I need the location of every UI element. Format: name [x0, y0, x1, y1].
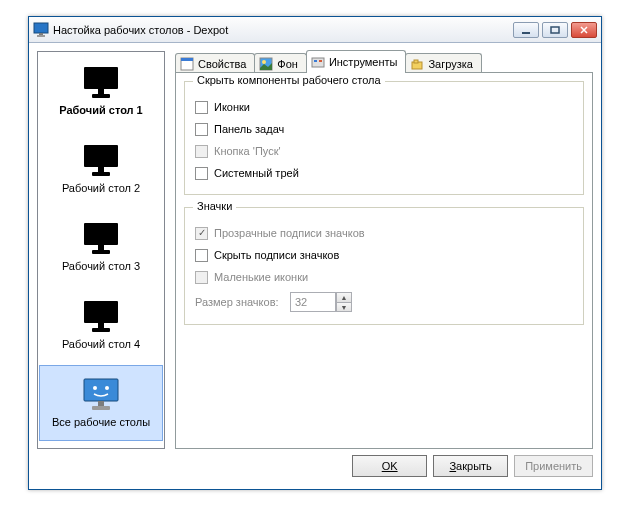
icon-size-input: 32 — [290, 292, 336, 312]
checkbox-label: Системный трей — [214, 167, 299, 179]
ok-button[interactable]: OK — [352, 455, 427, 477]
tab-background[interactable]: Фон — [254, 53, 307, 74]
monitor-icon — [83, 222, 119, 256]
spin-up-button[interactable]: ▲ — [336, 292, 352, 302]
svg-rect-8 — [34, 23, 48, 33]
tab-panel-tools: Скрыть компоненты рабочего стола Иконки … — [175, 72, 593, 449]
desktop-list[interactable]: Рабочий стол 1 Рабочий стол 2 Рабочий ст… — [37, 51, 165, 449]
tab-label: Инструменты — [329, 56, 398, 68]
sidebar-item-label: Рабочий стол 4 — [62, 338, 140, 350]
checkbox-system-tray[interactable] — [195, 167, 208, 180]
sidebar-item-label: Рабочий стол 1 — [59, 104, 142, 116]
checkbox-taskbar[interactable] — [195, 123, 208, 136]
sidebar-item-label: Рабочий стол 3 — [62, 260, 140, 272]
svg-point-16 — [262, 60, 266, 64]
checkbox-label: Иконки — [214, 101, 250, 113]
checkbox-start-button — [195, 145, 208, 158]
svg-rect-19 — [319, 60, 322, 62]
svg-rect-9 — [39, 33, 43, 35]
sidebar-item-desktop-2[interactable]: Рабочий стол 2 — [38, 130, 164, 208]
properties-icon — [180, 57, 194, 71]
svg-rect-11 — [522, 32, 530, 34]
svg-rect-17 — [312, 58, 324, 67]
checkbox-label: Кнопка 'Пуск' — [214, 145, 281, 157]
checkbox-label: Скрыть подписи значков — [214, 249, 339, 261]
svg-rect-12 — [551, 27, 559, 33]
sidebar-item-all-desktops[interactable]: Все рабочие столы — [39, 365, 163, 441]
sidebar-item-desktop-3[interactable]: Рабочий стол 3 — [38, 208, 164, 286]
checkbox-small-icons — [195, 271, 208, 284]
checkbox-label: Маленькие иконки — [214, 271, 308, 283]
svg-rect-21 — [414, 60, 418, 63]
window-frame: Настойка рабочих столов - Dexpot Рабочий… — [28, 16, 602, 490]
maximize-button[interactable] — [542, 22, 568, 38]
checkbox-icons[interactable] — [195, 101, 208, 114]
titlebar[interactable]: Настойка рабочих столов - Dexpot — [29, 17, 601, 43]
tools-icon — [311, 55, 325, 69]
sidebar-item-desktop-1[interactable]: Рабочий стол 1 — [38, 52, 164, 130]
sidebar-item-label: Все рабочие столы — [52, 416, 150, 428]
group-title: Значки — [193, 200, 236, 212]
close-button[interactable] — [571, 22, 597, 38]
tab-label: Загрузка — [428, 58, 472, 70]
group-hide-components: Скрыть компоненты рабочего стола Иконки … — [184, 81, 584, 195]
close-dialog-button[interactable]: Закрыть — [433, 455, 508, 477]
checkbox-transparent-labels — [195, 227, 208, 240]
sidebar-item-label: Рабочий стол 2 — [62, 182, 140, 194]
chevron-down-icon: ▼ — [341, 304, 348, 311]
tab-strip: Свойства Фон Инструменты Загрузка — [175, 51, 593, 73]
tab-properties[interactable]: Свойства — [175, 53, 255, 74]
svg-rect-18 — [314, 60, 317, 62]
monitor-icon — [83, 300, 119, 334]
monitor-icon — [83, 144, 119, 178]
apply-button: Применить — [514, 455, 593, 477]
svg-rect-14 — [181, 58, 193, 61]
tab-label: Свойства — [198, 58, 246, 70]
svg-rect-10 — [37, 35, 45, 37]
checkbox-label: Панель задач — [214, 123, 284, 135]
tab-label: Фон — [277, 58, 298, 70]
app-icon — [33, 22, 49, 38]
checkbox-hide-labels[interactable] — [195, 249, 208, 262]
group-icons: Значки Прозрачные подписи значков Скрыть… — [184, 207, 584, 325]
checkbox-label: Прозрачные подписи значков — [214, 227, 365, 239]
group-title: Скрыть компоненты рабочего стола — [193, 74, 385, 86]
icon-size-label: Размер значков: — [195, 296, 290, 308]
monitor-face-icon — [83, 378, 119, 412]
monitor-icon — [83, 66, 119, 100]
load-icon — [410, 57, 424, 71]
minimize-button[interactable] — [513, 22, 539, 38]
spin-down-button[interactable]: ▼ — [336, 302, 352, 312]
background-icon — [259, 57, 273, 71]
window-title: Настойка рабочих столов - Dexpot — [53, 24, 513, 36]
chevron-up-icon: ▲ — [341, 294, 348, 301]
button-bar: OK Закрыть Применить — [175, 455, 593, 481]
sidebar-item-desktop-4[interactable]: Рабочий стол 4 — [38, 286, 164, 364]
tab-load[interactable]: Загрузка — [405, 53, 481, 74]
tab-tools[interactable]: Инструменты — [306, 50, 407, 73]
